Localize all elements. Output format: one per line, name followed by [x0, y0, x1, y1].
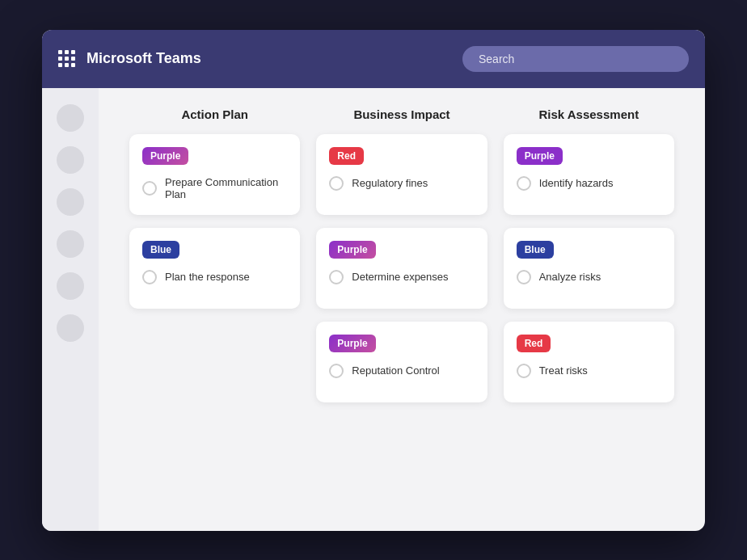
card-text-prepare-communication: Prepare Communication Plan — [165, 176, 287, 200]
badge-purple-solid: Purple — [517, 147, 563, 165]
main-content: Action Plan Business Impact Risk Assessm… — [99, 88, 705, 531]
radio-plan-response[interactable] — [142, 270, 157, 284]
card-row: Determine expenses — [329, 270, 474, 284]
card-text-identify-hazards: Identify hazards — [539, 177, 614, 189]
badge-blue: Blue — [142, 241, 179, 259]
risk-assessment-column: Purple Identify hazards Blue Analyze ris… — [496, 134, 682, 402]
column-header-action-plan: Action Plan — [121, 107, 308, 134]
card-text-reputation-control: Reputation Control — [352, 364, 439, 377]
card-text-regulatory-fines: Regulatory fines — [352, 177, 428, 189]
card-text-treat-risks: Treat risks — [539, 364, 588, 377]
card-row: Identify hazards — [517, 176, 661, 191]
radio-identify-hazards[interactable] — [517, 176, 531, 191]
column-header-business-impact: Business Impact — [308, 107, 495, 134]
body: Action Plan Business Impact Risk Assessm… — [42, 88, 705, 531]
badge-purple: Purple — [142, 147, 188, 165]
card-prepare-communication[interactable]: Purple Prepare Communication Plan — [129, 134, 300, 215]
badge-red-2: Red — [517, 335, 551, 352]
card-text-plan-response: Plan the response — [165, 271, 250, 283]
card-identify-hazards[interactable]: Purple Identify hazards — [504, 134, 674, 215]
card-analyze-risks[interactable]: Blue Analyze risks — [504, 228, 674, 309]
card-row: Plan the response — [142, 270, 287, 284]
card-row: Analyze risks — [517, 270, 661, 284]
card-determine-expenses[interactable]: Purple Determine expenses — [316, 228, 487, 309]
action-plan-column: Purple Prepare Communication Plan Blue P… — [121, 134, 308, 402]
search-label: Search — [479, 53, 514, 65]
search-bar[interactable]: Search — [462, 46, 689, 72]
card-plan-response[interactable]: Blue Plan the response — [129, 228, 300, 309]
sidebar — [42, 88, 99, 531]
sidebar-dot-4[interactable] — [57, 230, 84, 258]
radio-analyze-risks[interactable] — [517, 270, 531, 284]
grid-icon[interactable] — [58, 50, 75, 67]
card-regulatory-fines[interactable]: Red Regulatory fines — [316, 134, 487, 215]
sidebar-dot-3[interactable] — [57, 188, 84, 216]
card-treat-risks[interactable]: Red Treat risks — [504, 322, 674, 402]
badge-blue-2: Blue — [517, 241, 554, 259]
business-impact-column: Red Regulatory fines Purple Determine ex… — [308, 134, 495, 402]
card-row: Regulatory fines — [329, 176, 474, 191]
sidebar-dot-2[interactable] — [57, 146, 84, 174]
columns-container: Action Plan Business Impact Risk Assessm… — [121, 107, 682, 134]
app-title: Microsoft Teams — [87, 50, 451, 67]
badge-purple-gradient-2: Purple — [329, 335, 375, 352]
card-reputation-control[interactable]: Purple Reputation Control — [316, 322, 487, 402]
sidebar-dot-6[interactable] — [57, 314, 84, 342]
column-header-risk-assessment: Risk Assessment — [496, 107, 682, 134]
radio-prepare-communication[interactable] — [142, 181, 157, 196]
card-row: Treat risks — [517, 364, 661, 378]
titlebar: Microsoft Teams Search — [42, 30, 705, 88]
radio-reputation-control[interactable] — [329, 364, 344, 378]
card-text-determine-expenses: Determine expenses — [352, 271, 448, 283]
sidebar-dot-1[interactable] — [57, 104, 84, 132]
card-row: Reputation Control — [329, 364, 474, 378]
radio-determine-expenses[interactable] — [329, 270, 344, 284]
card-row: Prepare Communication Plan — [142, 176, 287, 200]
badge-red: Red — [329, 147, 364, 165]
badge-purple-gradient: Purple — [329, 241, 375, 259]
sidebar-dot-5[interactable] — [57, 272, 84, 300]
radio-treat-risks[interactable] — [517, 364, 531, 378]
cards-grid: Purple Prepare Communication Plan Blue P… — [121, 134, 682, 402]
card-text-analyze-risks: Analyze risks — [539, 271, 601, 283]
app-window: Microsoft Teams Search Action Plan Busin… — [42, 30, 705, 531]
radio-regulatory-fines[interactable] — [329, 176, 344, 191]
